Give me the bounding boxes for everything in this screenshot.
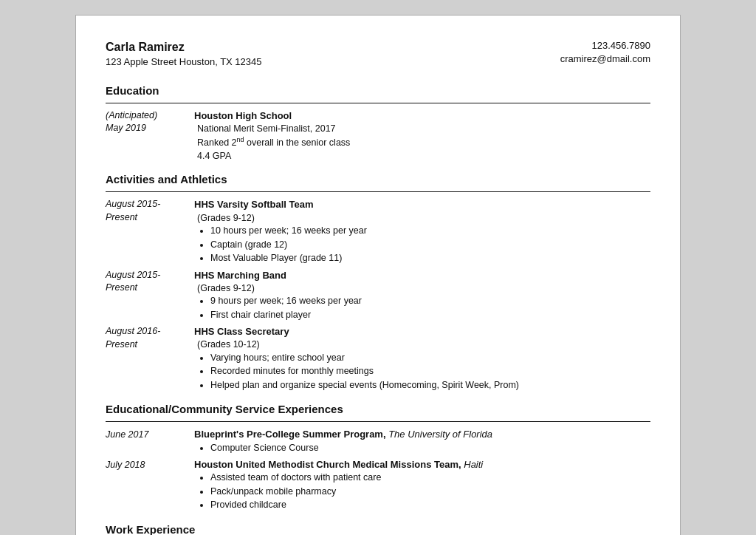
softball-entry: August 2015- Present HHS Varsity Softbal…	[106, 198, 650, 265]
missions-bullet-3: Provided childcare	[210, 499, 650, 512]
softball-org: HHS Varsity Softball Team	[194, 198, 650, 211]
secretary-bullet-3: Helped plan and organize special events …	[210, 379, 650, 392]
blueprint-org: Blueprint's Pre-College Summer Program, …	[194, 428, 650, 441]
activities-divider	[106, 191, 650, 192]
header-left: Carla Ramirez 123 Apple Street Houston, …	[106, 39, 262, 69]
secretary-grades: (Grades 10-12)	[197, 338, 650, 352]
service-section: Educational/Community Service Experience…	[106, 401, 650, 512]
applicant-name: Carla Ramirez	[106, 39, 262, 55]
missions-bullet-1: Assisted team of doctors with patient ca…	[210, 471, 650, 485]
band-content: HHS Marching Band (Grades 9-12) 9 hours …	[194, 269, 650, 323]
missions-entry: July 2018 Houston United Methodist Churc…	[106, 458, 650, 513]
blueprint-entry: June 2017 Blueprint's Pre-College Summer…	[106, 428, 650, 455]
education-section: Education (Anticipated) May 2019 Houston…	[106, 83, 650, 163]
band-org: HHS Marching Band	[194, 269, 650, 282]
blueprint-date: June 2017	[106, 428, 194, 455]
softball-bullet-3: Most Valuable Player (grade 11)	[210, 252, 650, 265]
band-grades: (Grades 9-12)	[197, 282, 650, 296]
softball-date: August 2015- Present	[106, 198, 194, 265]
blueprint-bullets: Computer Science Course	[210, 442, 650, 455]
softball-bullet-1: 10 hours per week; 16 weeks per year	[210, 225, 650, 238]
secretary-bullet-2: Recorded minutes for monthly meetings	[210, 365, 650, 378]
education-org: Houston High School	[194, 109, 650, 123]
activities-section: Activities and Athletics August 2015- Pr…	[106, 171, 650, 392]
education-entry: (Anticipated) May 2019 Houston High Scho…	[106, 109, 650, 163]
activities-title: Activities and Athletics	[106, 171, 650, 187]
band-date-line1: August 2015-	[106, 269, 194, 282]
blueprint-bullet-1: Computer Science Course	[210, 442, 650, 455]
band-date: August 2015- Present	[106, 269, 194, 323]
education-content: Houston High School National Merit Semi-…	[194, 109, 650, 163]
education-date-line1: (Anticipated)	[106, 109, 194, 123]
secretary-date-line2: Present	[106, 338, 194, 352]
education-detail-3: 4.4 GPA	[197, 150, 650, 163]
education-date: (Anticipated) May 2019	[106, 109, 194, 163]
missions-bullets: Assisted team of doctors with patient ca…	[210, 471, 650, 512]
applicant-phone: 123.456.7890	[560, 39, 650, 52]
softball-content: HHS Varsity Softball Team (Grades 9-12) …	[194, 198, 650, 265]
missions-content: Houston United Methodist Church Medical …	[194, 458, 650, 513]
header-right: 123.456.7890 cramirez@dmail.com	[560, 39, 650, 69]
education-title: Education	[106, 83, 650, 98]
secretary-date: August 2016- Present	[106, 325, 194, 392]
softball-date-line2: Present	[106, 211, 194, 225]
softball-date-line1: August 2015-	[106, 198, 194, 211]
band-bullet-2: First chair clarinet player	[210, 309, 650, 322]
softball-bullet-2: Captain (grade 12)	[210, 239, 650, 252]
applicant-address: 123 Apple Street Houston, TX 12345	[106, 55, 262, 69]
education-divider	[106, 103, 650, 103]
secretary-bullet-1: Varying hours; entire school year	[210, 352, 650, 365]
secretary-date-line1: August 2016-	[106, 325, 194, 338]
band-bullets: 9 hours per week; 16 weeks per year Firs…	[210, 295, 650, 321]
applicant-email: cramirez@dmail.com	[560, 52, 650, 66]
header-section: Carla Ramirez 123 Apple Street Houston, …	[106, 39, 650, 69]
work-section: Work Experience August 2016- Present Chi…	[106, 522, 650, 535]
service-title: Educational/Community Service Experience…	[106, 401, 650, 417]
education-detail-2: Ranked 2nd overall in the senior class	[197, 135, 650, 150]
secretary-content: HHS Class Secretary (Grades 10-12) Varyi…	[194, 325, 650, 392]
missions-date: July 2018	[106, 458, 194, 513]
band-bullet-1: 9 hours per week; 16 weeks per year	[210, 295, 650, 308]
secretary-entry: August 2016- Present HHS Class Secretary…	[106, 325, 650, 392]
band-date-line2: Present	[106, 282, 194, 295]
secretary-bullets: Varying hours; entire school year Record…	[210, 352, 650, 392]
blueprint-content: Blueprint's Pre-College Summer Program, …	[194, 428, 650, 455]
resume-document: Carla Ramirez 123 Apple Street Houston, …	[75, 15, 681, 535]
softball-grades: (Grades 9-12)	[197, 212, 650, 225]
service-divider	[106, 421, 650, 422]
missions-org: Houston United Methodist Church Medical …	[194, 458, 650, 471]
education-detail-1: National Merit Semi-Finalist, 2017	[197, 123, 650, 136]
missions-bullet-2: Pack/unpack mobile pharmacy	[210, 485, 650, 499]
softball-bullets: 10 hours per week; 16 weeks per year Cap…	[210, 225, 650, 265]
secretary-org: HHS Class Secretary	[194, 325, 650, 338]
band-entry: August 2015- Present HHS Marching Band (…	[106, 269, 650, 323]
education-date-line2: May 2019	[106, 122, 194, 135]
work-title: Work Experience	[106, 522, 650, 535]
